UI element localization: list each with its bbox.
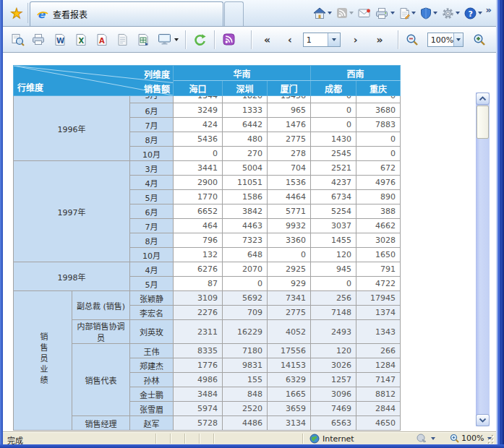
new-tab-button[interactable] bbox=[224, 1, 244, 26]
page-button[interactable] bbox=[397, 3, 418, 23]
export-word-button[interactable]: W bbox=[49, 30, 70, 50]
data-cell: 5436 bbox=[174, 132, 223, 147]
more-commands-button[interactable]: » bbox=[484, 0, 493, 27]
export-excel-icon: X bbox=[75, 33, 87, 46]
export-excel-button[interactable]: X bbox=[70, 30, 91, 50]
column-header: 成都 bbox=[311, 81, 356, 96]
help-button[interactable]: ? bbox=[462, 3, 484, 23]
zoom-level-value: 100% bbox=[428, 33, 453, 46]
data-cell: 6442 bbox=[223, 118, 268, 132]
data-cell: 132 bbox=[174, 248, 223, 262]
data-cell: 2311 bbox=[174, 320, 223, 344]
corner-header: 列维度销售额行维度 bbox=[14, 66, 174, 96]
data-cell: 7469 bbox=[311, 402, 356, 416]
prev-page-button[interactable]: ‹ bbox=[288, 35, 292, 45]
data-cell: 3249 bbox=[174, 103, 223, 118]
data-cell: 7323 bbox=[223, 233, 268, 248]
row-label: 7月 bbox=[130, 219, 174, 233]
print-report-button[interactable] bbox=[28, 30, 49, 50]
data-cell: 6652 bbox=[174, 204, 223, 219]
feeds-button[interactable] bbox=[334, 3, 356, 23]
export-text-button[interactable] bbox=[112, 30, 133, 50]
safety-button[interactable] bbox=[418, 3, 440, 23]
data-cell: 4650 bbox=[356, 416, 401, 431]
row-label: 8月 bbox=[130, 132, 174, 147]
phishing-filter-indicator[interactable] bbox=[417, 434, 435, 443]
data-cell: 4052 bbox=[268, 320, 311, 344]
tools-button[interactable] bbox=[440, 3, 462, 23]
export-data-button[interactable] bbox=[133, 30, 154, 50]
data-cell: 0 bbox=[356, 96, 401, 103]
export-text-icon bbox=[117, 33, 128, 46]
first-page-button[interactable]: « bbox=[264, 35, 270, 45]
zoom-out-button[interactable] bbox=[402, 30, 423, 50]
print-preview-button[interactable] bbox=[7, 30, 28, 50]
page-number-select[interactable]: 1 bbox=[303, 33, 341, 47]
data-cell: 1374 bbox=[356, 306, 401, 320]
data-cell: 2520 bbox=[223, 402, 268, 416]
display-mode-caret[interactable] bbox=[174, 38, 179, 41]
resize-grip[interactable] bbox=[486, 435, 495, 444]
data-cell: 3109 bbox=[174, 291, 223, 306]
last-page-button[interactable]: » bbox=[377, 35, 383, 45]
scroll-up-button[interactable] bbox=[476, 92, 490, 105]
tab-bar: ★ e 查看报表 bbox=[3, 0, 496, 27]
feeds-report-button[interactable] bbox=[218, 30, 239, 50]
column-header: 海口 bbox=[174, 81, 223, 96]
page-number-dropdown-button[interactable] bbox=[328, 33, 340, 46]
page-dropdown-caret[interactable] bbox=[411, 12, 416, 14]
export-pdf-button[interactable]: A bbox=[91, 30, 112, 50]
scrollbar-thumb[interactable] bbox=[477, 105, 489, 139]
next-page-button[interactable]: › bbox=[354, 35, 358, 45]
browser-zoom-label: 100% bbox=[461, 434, 484, 443]
data-cell: 2545 bbox=[311, 147, 356, 161]
row-group-label: 销售员业绩 bbox=[14, 291, 72, 431]
home-button[interactable] bbox=[311, 3, 334, 23]
tools-dropdown-caret[interactable] bbox=[456, 12, 460, 14]
row-label: 10月 bbox=[130, 147, 174, 161]
display-mode-button[interactable] bbox=[154, 30, 181, 50]
zoom-level-dropdown-button[interactable] bbox=[453, 33, 463, 46]
status-separator bbox=[170, 434, 171, 444]
feeds-dropdown-caret bbox=[349, 12, 354, 14]
data-cell: 3026 bbox=[311, 358, 356, 373]
data-cell: 2521 bbox=[311, 161, 356, 176]
print-button[interactable] bbox=[373, 3, 397, 23]
data-cell: 6276 bbox=[174, 262, 223, 277]
status-separator bbox=[213, 434, 214, 444]
ie-logo-icon: e bbox=[37, 9, 48, 20]
row-label: 8月 bbox=[130, 233, 174, 248]
row-subgroup-label: 副总裁 (销售) bbox=[72, 291, 130, 320]
feeds-icon bbox=[336, 7, 348, 19]
page-number-value: 1 bbox=[304, 33, 328, 46]
scroll-down-button[interactable] bbox=[476, 414, 490, 426]
data-cell: 4464 bbox=[268, 190, 311, 204]
data-cell: 14153 bbox=[268, 358, 311, 373]
tab-separator bbox=[27, 3, 28, 23]
toolbar-separator bbox=[214, 30, 215, 49]
data-cell: 648 bbox=[223, 248, 268, 262]
read-mail-button[interactable] bbox=[356, 3, 373, 23]
chevron-down-icon bbox=[332, 38, 336, 41]
zoom-level-icon bbox=[450, 434, 459, 443]
table-row: 1996年5月134418201345600 bbox=[14, 96, 401, 103]
print-dropdown-caret[interactable] bbox=[390, 12, 395, 14]
row-label: 4月 bbox=[130, 262, 174, 277]
vertical-scrollbar[interactable] bbox=[476, 92, 490, 426]
tools-gear-icon bbox=[442, 7, 454, 20]
data-cell: 3441 bbox=[174, 161, 223, 176]
data-cell: 1665 bbox=[268, 387, 311, 402]
favorites-button[interactable]: ★ bbox=[7, 4, 26, 22]
data-cell: 87 bbox=[174, 277, 223, 291]
data-cell: 1455 bbox=[311, 233, 356, 248]
report-table: 列维度销售额行维度华南西南海口深圳厦门成都重庆1996年5月1344182013… bbox=[13, 65, 401, 431]
tab-view-report[interactable]: e 查看报表 bbox=[30, 1, 223, 26]
zoom-level-select[interactable]: 100% bbox=[427, 33, 464, 47]
help-dropdown-caret[interactable] bbox=[478, 12, 482, 14]
refresh-button[interactable] bbox=[189, 30, 210, 50]
zoom-in-button[interactable] bbox=[469, 30, 490, 50]
home-dropdown-caret[interactable] bbox=[328, 12, 332, 14]
safety-dropdown-caret[interactable] bbox=[433, 12, 437, 14]
data-cell: 7883 bbox=[356, 118, 401, 132]
row-label: 10月 bbox=[130, 248, 174, 262]
